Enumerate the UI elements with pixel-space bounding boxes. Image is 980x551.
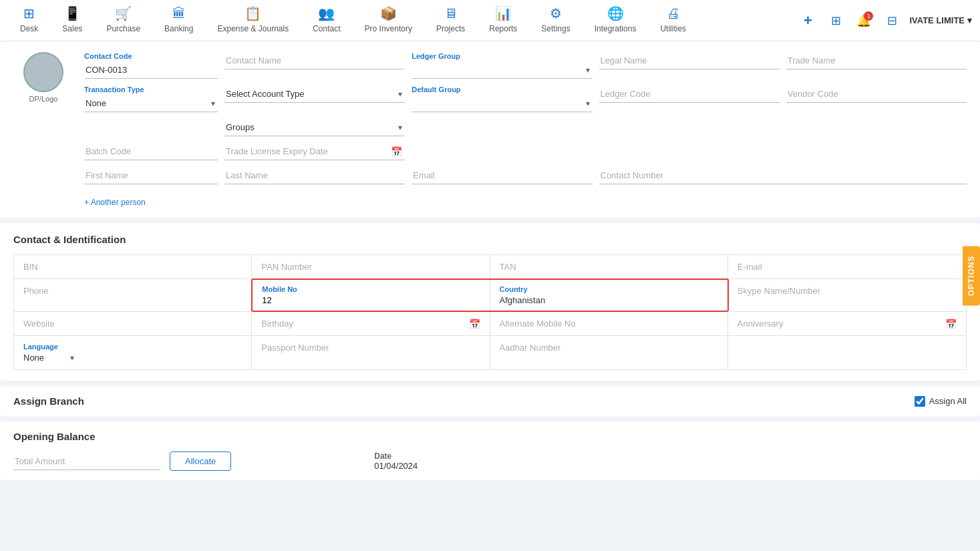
skype-input[interactable] bbox=[738, 286, 957, 296]
ci-alt-mobile-cell bbox=[490, 312, 728, 335]
nav-item-desk[interactable]: ⊞ Desk bbox=[8, 0, 50, 41]
add-button[interactable]: + bbox=[797, 10, 818, 31]
nav-item-contact[interactable]: 👥 Contact bbox=[301, 0, 352, 41]
ci-section-title: Contact & Identification bbox=[13, 234, 967, 245]
language-label: Language bbox=[23, 343, 242, 351]
transaction-type-select[interactable]: None bbox=[84, 95, 218, 112]
ledger-code-input[interactable] bbox=[599, 85, 780, 103]
ci-email-input[interactable] bbox=[738, 262, 957, 272]
expense-icon: 📋 bbox=[244, 5, 261, 21]
sales-icon: 📱 bbox=[64, 5, 81, 21]
nav-item-integrations[interactable]: 🌐 Integrations bbox=[583, 0, 649, 41]
alt-mobile-input[interactable] bbox=[500, 319, 718, 329]
nav-item-purchase[interactable]: 🛒 Purchase bbox=[94, 0, 152, 41]
contact-code-value: CON-0013 bbox=[84, 61, 218, 79]
bin-input[interactable] bbox=[23, 262, 242, 272]
ci-email-cell bbox=[728, 255, 966, 279]
passport-input[interactable] bbox=[261, 343, 480, 353]
pan-input[interactable] bbox=[261, 262, 480, 272]
ci-tan-cell bbox=[490, 255, 728, 279]
ci-anniversary-cell: 📅 bbox=[728, 312, 966, 335]
nav-item-reports[interactable]: 📊 Reports bbox=[477, 0, 529, 41]
allocate-button[interactable]: Allocate bbox=[170, 451, 231, 471]
opening-balance-title: Opening Balance bbox=[13, 431, 967, 442]
nav-label-expense: Expense & Journals bbox=[217, 24, 289, 33]
ledger-group-label: Ledger Group bbox=[412, 52, 592, 60]
options-tab[interactable]: OPTIONS bbox=[963, 246, 980, 305]
spacer3 bbox=[599, 119, 780, 136]
trade-name-field bbox=[786, 52, 967, 79]
birthday-calendar-icon[interactable]: 📅 bbox=[469, 319, 480, 329]
mobile-input[interactable] bbox=[262, 295, 480, 305]
nav-item-settings[interactable]: ⚙ Settings bbox=[529, 0, 582, 41]
country-label: Country bbox=[500, 285, 718, 293]
ci-row-2: Mobile No Country Afghanistan bbox=[14, 279, 966, 312]
contact-form-fields: Contact Code CON-0013 Ledger Group bbox=[84, 52, 967, 207]
website-input[interactable] bbox=[23, 319, 242, 329]
birthday-input[interactable] bbox=[261, 319, 480, 329]
ci-row-3: 📅 📅 bbox=[14, 312, 966, 336]
nav-item-sales[interactable]: 📱 Sales bbox=[50, 0, 94, 41]
nav-label-reports: Reports bbox=[489, 24, 517, 33]
batch-code-input[interactable] bbox=[84, 143, 218, 160]
nav-item-utilities[interactable]: 🖨 Utilities bbox=[648, 1, 698, 41]
legal-name-input[interactable] bbox=[599, 52, 780, 69]
nav-item-projects[interactable]: 🖥 Projects bbox=[424, 1, 477, 41]
ci-row-4: Language None bbox=[14, 336, 966, 369]
company-name-text: IVATE LIMITE bbox=[909, 15, 965, 25]
last-name-input[interactable] bbox=[224, 167, 405, 184]
transaction-type-select-wrapper: None bbox=[84, 95, 218, 112]
language-select[interactable]: None bbox=[23, 353, 77, 363]
anniversary-date-wrapper: 📅 bbox=[738, 319, 957, 329]
company-selector[interactable]: IVATE LIMITE ▾ bbox=[909, 15, 972, 25]
nav-item-expense[interactable]: 📋 Expense & Journals bbox=[205, 0, 301, 41]
ci-passport-cell bbox=[252, 336, 490, 369]
default-group-select[interactable] bbox=[412, 95, 592, 112]
groups-select[interactable]: Groups bbox=[224, 119, 405, 136]
trade-license-calendar-icon[interactable]: 📅 bbox=[391, 146, 402, 157]
ci-phone-cell bbox=[14, 279, 252, 311]
grid-view-button[interactable]: ⊞ bbox=[825, 10, 846, 31]
trade-license-input[interactable] bbox=[224, 143, 405, 160]
transaction-type-label: Transaction Type bbox=[84, 85, 218, 94]
batch-code-field bbox=[84, 143, 218, 160]
total-amount-input[interactable] bbox=[13, 453, 160, 470]
assign-all-checkbox[interactable] bbox=[915, 396, 925, 407]
spacer4 bbox=[786, 119, 967, 136]
spacer2 bbox=[412, 119, 592, 136]
nav-item-pro-inventory[interactable]: 📦 Pro Inventory bbox=[353, 0, 424, 41]
ci-aadhar-cell bbox=[490, 336, 728, 369]
contact-identification-section: Contact & Identification bbox=[0, 223, 980, 381]
transaction-type-field: Transaction Type None bbox=[84, 85, 218, 112]
anniversary-calendar-icon[interactable]: 📅 bbox=[945, 319, 957, 329]
default-group-field: Default Group bbox=[412, 85, 592, 112]
notification-badge: 1 bbox=[864, 11, 873, 21]
tan-input[interactable] bbox=[500, 262, 718, 272]
default-group-select-wrapper bbox=[412, 95, 592, 112]
ob-row: Allocate Date 01/04/2024 bbox=[13, 451, 967, 471]
ledger-group-select[interactable] bbox=[412, 61, 592, 79]
nav-item-banking[interactable]: 🏛 Banking bbox=[152, 1, 205, 41]
date-label: Date bbox=[374, 451, 418, 461]
apps-button[interactable]: ⊟ bbox=[881, 10, 903, 31]
trade-name-input[interactable] bbox=[786, 52, 967, 69]
trade-license-field: 📅 bbox=[224, 143, 405, 160]
notification-button[interactable]: 🔔 1 bbox=[853, 10, 874, 31]
email-input[interactable] bbox=[412, 167, 592, 184]
add-person-link[interactable]: + Another person bbox=[84, 198, 146, 207]
avatar[interactable] bbox=[23, 52, 63, 92]
spacer5 bbox=[412, 143, 592, 160]
account-type-select[interactable]: Select Account Type bbox=[224, 85, 405, 103]
contact-name-input[interactable] bbox=[224, 52, 405, 69]
top-navigation: ⊞ Desk 📱 Sales 🛒 Purchase 🏛 Banking 📋 Ex… bbox=[0, 0, 980, 41]
anniversary-input[interactable] bbox=[738, 319, 957, 329]
opening-balance-section: Opening Balance Allocate Date 01/04/2024 bbox=[0, 421, 980, 480]
ledger-code-field bbox=[599, 85, 780, 112]
phone-input[interactable] bbox=[23, 286, 242, 296]
vendor-code-input[interactable] bbox=[786, 85, 967, 103]
main-content: DP/Logo Contact Code CON-0013 Ledger Gro… bbox=[0, 41, 980, 486]
vendor-code-field bbox=[786, 85, 967, 112]
contact-number-input[interactable] bbox=[599, 167, 967, 184]
aadhar-input[interactable] bbox=[500, 343, 718, 353]
first-name-input[interactable] bbox=[84, 167, 218, 184]
